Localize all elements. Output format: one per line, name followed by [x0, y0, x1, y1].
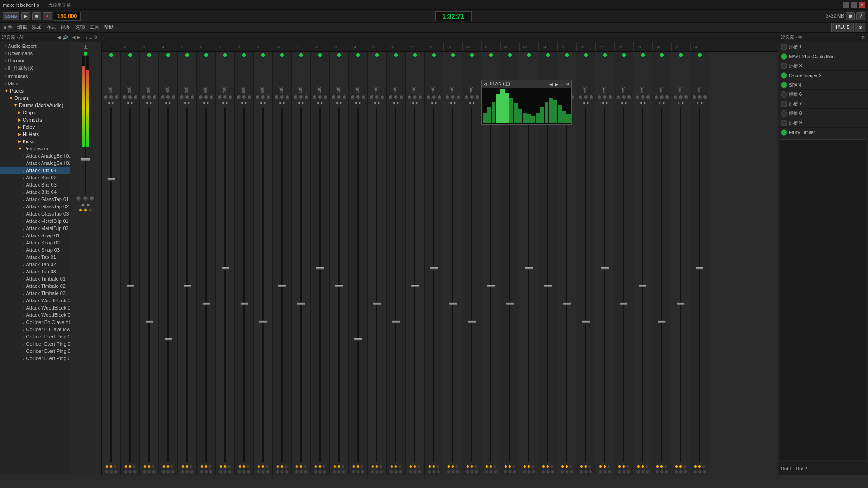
browser-item-harmor[interactable]: ♪Harmor: [0, 57, 70, 64]
channel-strip-1[interactable]: 插入 1 ◀ ▶: [102, 52, 121, 475]
ch-arrow-right-13[interactable]: ▶: [340, 101, 343, 105]
ch-knob-pan-18[interactable]: [426, 95, 431, 99]
channel-strip-2[interactable]: 插入 2 ◀ ▶: [121, 52, 140, 475]
ch-knob-vol-12[interactable]: [318, 95, 322, 99]
ch-knob-send-1[interactable]: [114, 95, 119, 99]
ch-fader-track-2[interactable]: [129, 107, 131, 462]
ch-mini-knob-1-23[interactable]: [523, 470, 526, 474]
plugin-enable-dot-1[interactable]: [781, 53, 787, 60]
ch-fader-handle-12[interactable]: [316, 267, 324, 270]
ch-arrow-right-30[interactable]: ▶: [663, 101, 665, 105]
ch-knob-vol-3[interactable]: [147, 95, 151, 99]
ch-arrow-left-9[interactable]: ◀: [259, 101, 262, 105]
mixer-nav-next[interactable]: ▶: [77, 34, 80, 40]
ch-mini-knob-1-30[interactable]: [656, 470, 659, 474]
ch-mini-knob-1-12[interactable]: [314, 470, 317, 474]
plugin-slot-8[interactable]: 插槽 9: [778, 118, 868, 128]
ch-mini-knob-1-17[interactable]: [409, 470, 412, 474]
ch-arrow-left-10[interactable]: ◀: [278, 101, 281, 105]
ch-mini-knob-2-21[interactable]: [489, 470, 493, 474]
ch-mini-knob-2-13[interactable]: [337, 470, 341, 474]
master-knob-1[interactable]: [76, 196, 81, 201]
ch-mini-knob-3-12[interactable]: [323, 470, 326, 474]
ch-fader-track-21[interactable]: [490, 107, 491, 462]
ch-knob-pan-13[interactable]: [331, 95, 336, 99]
ch-fader-track-24[interactable]: [547, 107, 548, 462]
stop-btn[interactable]: ■: [32, 12, 41, 20]
channel-strip-30[interactable]: 插入 30 ◀ ▶: [652, 52, 671, 475]
ch-knob-vol-16[interactable]: [394, 95, 398, 99]
ch-fader-track-32[interactable]: [699, 107, 700, 462]
browser-item-misc[interactable]: ♪Misc: [0, 80, 70, 87]
ch-arrow-left-19[interactable]: ◀: [449, 101, 452, 105]
ch-mini-knob-1-31[interactable]: [675, 470, 678, 474]
ch-fader-track-22[interactable]: [509, 107, 510, 462]
ch-fader-track-4[interactable]: [167, 107, 169, 462]
channel-strip-8[interactable]: 插入 8 ◀ ▶: [235, 52, 254, 475]
ch-mini-knob-1-14[interactable]: [352, 470, 355, 474]
ch-arrow-left-18[interactable]: ◀: [430, 101, 433, 105]
ch-mini-knob-3-21[interactable]: [494, 470, 497, 474]
ch-arrow-left-6[interactable]: ◀: [202, 101, 205, 105]
ch-arrow-right-15[interactable]: ▶: [378, 101, 381, 105]
ch-mini-knob-1-1[interactable]: [105, 470, 108, 474]
ch-mini-knob-1-3[interactable]: [143, 470, 146, 474]
channel-strip-14[interactable]: 插入 14 ◀ ▶: [349, 52, 368, 475]
browser-item-drums-(modeaudio)[interactable]: ▼Drums (ModeAudio): [0, 102, 70, 109]
ch-arrow-right-27[interactable]: ▶: [606, 101, 609, 105]
ch-knob-pan-11[interactable]: [293, 95, 298, 99]
channel-strip-3[interactable]: 插入 3 ◀ ▶: [140, 52, 159, 475]
ch-mini-knob-3-10[interactable]: [285, 470, 288, 474]
ch-knob-vol-27[interactable]: [603, 95, 607, 99]
ch-arrow-left-13[interactable]: ◀: [335, 101, 338, 105]
help-btn[interactable]: ?: [856, 12, 865, 20]
ch-arrow-right-31[interactable]: ▶: [682, 101, 684, 105]
ch-knob-pan-7[interactable]: [217, 95, 222, 99]
browser-item-drums[interactable]: ▼Drums: [0, 94, 70, 102]
ch-knob-pan-32[interactable]: [692, 95, 697, 99]
ch-knob-send-8[interactable]: [247, 95, 252, 99]
ch-fader-handle-8[interactable]: [240, 302, 248, 305]
ch-mini-knob-3-27[interactable]: [608, 470, 611, 474]
ch-fader-track-3[interactable]: [148, 107, 150, 462]
ch-mini-knob-2-22[interactable]: [508, 470, 512, 474]
ch-fader-handle-1[interactable]: [107, 178, 115, 181]
ch-fader-handle-19[interactable]: [449, 302, 457, 305]
browser-item-cymbals[interactable]: ▶Cymbals: [0, 116, 70, 123]
ch-fader-handle-13[interactable]: [335, 285, 343, 287]
ch-mini-knob-3-18[interactable]: [437, 470, 440, 474]
ch-fader-track-18[interactable]: [433, 107, 434, 462]
ch-knob-pan-30[interactable]: [654, 95, 659, 99]
ch-arrow-left-26[interactable]: ◀: [582, 101, 585, 105]
ch-mini-knob-1-24[interactable]: [542, 470, 545, 474]
ch-arrow-right-5[interactable]: ▶: [188, 101, 191, 105]
ch-fader-track-23[interactable]: [528, 107, 529, 462]
ch-mini-knob-3-4[interactable]: [171, 470, 175, 474]
ch-arrow-right-32[interactable]: ▶: [701, 101, 703, 105]
ch-arrow-right-18[interactable]: ▶: [435, 101, 438, 105]
menu-view[interactable]: 视图: [61, 24, 71, 31]
browser-item-percussion[interactable]: ▼Percussion: [0, 145, 70, 152]
ch-arrow-left-2[interactable]: ◀: [126, 101, 129, 105]
ch-mini-knob-2-16[interactable]: [394, 470, 398, 474]
plugin-slot-7[interactable]: 插槽 8: [778, 109, 868, 118]
ch-mini-knob-1-26[interactable]: [580, 470, 583, 474]
channel-strip-20[interactable]: 插入 20 ◀ ▶: [462, 52, 481, 475]
menu-help[interactable]: 帮助: [104, 24, 114, 31]
browser-item-attack-snap-03[interactable]: ♪Attack Snap 03: [0, 246, 70, 253]
ch-knob-vol-20[interactable]: [470, 95, 474, 99]
ch-knob-pan-15[interactable]: [369, 95, 374, 99]
menu-tools[interactable]: 工具: [90, 24, 99, 31]
ch-mini-knob-2-6[interactable]: [204, 470, 208, 474]
browser-item-attack-timbale-02[interactable]: ♪Attack Timbale 02: [0, 282, 70, 290]
ch-arrow-left-20[interactable]: ◀: [468, 101, 471, 105]
ch-mini-knob-3-5[interactable]: [190, 470, 193, 474]
ch-fader-handle-26[interactable]: [582, 320, 590, 323]
bpm-display[interactable]: 160.000: [54, 12, 81, 21]
menu-options[interactable]: 选项: [75, 24, 85, 31]
browser-item-attack-woodblock-03[interactable]: ♪Attack WoodBlock 03: [0, 311, 70, 319]
ch-fader-track-26[interactable]: [585, 107, 586, 462]
plugin-slot-6[interactable]: 插槽 7: [778, 99, 868, 109]
browser-item-il-共享数据[interactable]: ♪IL 共享数据: [0, 64, 70, 73]
ch-knob-vol-30[interactable]: [660, 95, 664, 99]
